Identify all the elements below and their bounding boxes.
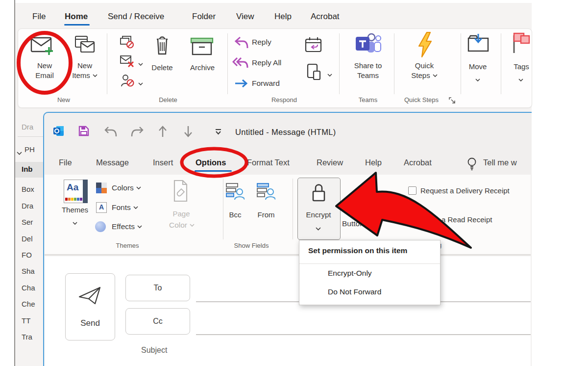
- chevron-down-icon: [93, 74, 98, 77]
- compose-tab-insert[interactable]: Insert: [153, 158, 173, 167]
- new-items-icon: [74, 35, 95, 57]
- to-button[interactable]: To: [125, 275, 190, 301]
- read-receipt-label[interactable]: a Read Receipt: [441, 215, 492, 224]
- move-down-icon[interactable]: [183, 125, 193, 140]
- cc-button[interactable]: Cc: [125, 308, 190, 335]
- sidebar-item[interactable]: Dra: [22, 202, 33, 210]
- menu-item-do-not-forward[interactable]: Do Not Forward: [328, 288, 381, 296]
- fonts-button[interactable]: Fonts: [112, 203, 138, 212]
- share-to-teams-button[interactable]: Share to Teams: [348, 61, 388, 80]
- bcc-button[interactable]: Bcc: [225, 210, 245, 220]
- tags-button[interactable]: Tags: [508, 62, 535, 72]
- delete-button[interactable]: Delete: [147, 63, 177, 73]
- compose-tab-file[interactable]: File: [59, 158, 72, 167]
- delivery-receipt-label[interactable]: Request a Delivery Receipt: [420, 186, 510, 195]
- dialog-launcher-icon[interactable]: [449, 97, 456, 106]
- chevron-down-icon[interactable]: [475, 75, 480, 83]
- themes-button[interactable]: Themes: [57, 205, 93, 215]
- devices-icon[interactable]: [307, 63, 321, 82]
- ignore-icon[interactable]: [120, 35, 134, 51]
- sidebar-item-inbox[interactable]: Inb: [22, 165, 33, 173]
- chevron-down-icon[interactable]: [138, 78, 143, 87]
- reply-all-button[interactable]: Reply All: [252, 58, 281, 67]
- themes-icon-letters: Aa: [67, 182, 78, 193]
- voting-buttons-button[interactable]: Buttons: [342, 219, 375, 228]
- fonts-icon: A: [96, 202, 107, 213]
- send-plane-icon: [77, 285, 102, 309]
- block-sender-icon[interactable]: [121, 74, 134, 89]
- chevron-down-icon[interactable]: [327, 70, 332, 78]
- group-separator: [501, 33, 501, 94]
- sidebar-item[interactable]: Che: [22, 300, 35, 308]
- menu-folder[interactable]: Folder: [192, 12, 216, 22]
- reply-button[interactable]: Reply: [252, 38, 271, 47]
- menu-send-receive[interactable]: Send / Receive: [108, 12, 164, 22]
- sidebar-item[interactable]: TT: [22, 316, 30, 325]
- new-email-label-2: Email: [25, 71, 64, 80]
- menu-acrobat[interactable]: Acrobat: [311, 12, 340, 22]
- group-separator: [339, 33, 340, 94]
- group-separator: [394, 33, 394, 94]
- new-email-button[interactable]: New Email: [25, 61, 64, 80]
- menu-file[interactable]: File: [32, 12, 46, 22]
- sidebar-item[interactable]: Sha: [22, 267, 35, 275]
- menu-home[interactable]: Home: [65, 12, 88, 22]
- compose-tab-help[interactable]: Help: [365, 158, 382, 167]
- chevron-down-icon: [316, 224, 321, 233]
- send-label: Send: [66, 318, 115, 328]
- compose-tab-message[interactable]: Message: [96, 158, 129, 167]
- menu-view[interactable]: View: [236, 12, 254, 22]
- chevron-down-icon[interactable]: [138, 59, 143, 68]
- forward-icon: [234, 79, 250, 90]
- sidebar-item[interactable]: Del: [22, 235, 33, 243]
- compose-tab-acrobat[interactable]: Acrobat: [404, 158, 432, 167]
- colors-button[interactable]: Colors: [112, 183, 141, 192]
- from-button[interactable]: From: [254, 210, 278, 220]
- sidebar-item[interactable]: FO: [22, 251, 32, 259]
- subject-label: Subject: [141, 346, 167, 355]
- colors-icon: [96, 183, 107, 193]
- sidebar-item[interactable]: Dra: [22, 123, 33, 131]
- tell-me-search[interactable]: Tell me w: [483, 158, 531, 167]
- meeting-icon[interactable]: [305, 36, 322, 55]
- themes-icon-spine: [83, 180, 88, 203]
- sidebar-account[interactable]: PH: [24, 145, 35, 154]
- chevron-down-icon[interactable]: [73, 218, 77, 227]
- new-items-button[interactable]: New Items: [65, 61, 104, 80]
- sidebar-item[interactable]: Ser: [22, 218, 33, 226]
- group-separator: [293, 179, 293, 239]
- compose-tab-options[interactable]: Options: [196, 158, 226, 167]
- sidebar-item[interactable]: Box: [22, 185, 34, 193]
- forward-button[interactable]: Forward: [252, 79, 280, 88]
- save-icon[interactable]: [78, 126, 89, 138]
- delivery-receipt-checkbox[interactable]: [408, 186, 416, 195]
- effects-button[interactable]: Effects: [112, 222, 142, 231]
- redo-icon[interactable]: [130, 126, 144, 140]
- options-tab-underline: [195, 170, 232, 172]
- cc-field[interactable]: [196, 334, 531, 335]
- compose-tab-review[interactable]: Review: [317, 158, 343, 167]
- junk-email-icon[interactable]: [120, 55, 134, 70]
- move-up-icon[interactable]: [158, 125, 168, 140]
- move-button[interactable]: Move: [463, 62, 492, 72]
- lock-icon: [310, 183, 327, 205]
- archive-button[interactable]: Archive: [185, 63, 220, 73]
- customize-toolbar-icon[interactable]: [215, 128, 222, 137]
- undo-icon[interactable]: [104, 126, 118, 140]
- effects-icon: [95, 221, 106, 232]
- encrypt-label: Encrypt: [298, 210, 339, 220]
- quick-steps-button[interactable]: Quick Steps: [405, 61, 444, 80]
- page-color-label-2: Color: [167, 221, 197, 230]
- fonts-icon-letter: A: [96, 202, 107, 213]
- send-button[interactable]: Send: [65, 273, 115, 340]
- chevron-down-icon[interactable]: [518, 75, 523, 83]
- chevron-expand-icon[interactable]: [17, 148, 22, 157]
- compose-tab-format-text[interactable]: Format Text: [247, 158, 290, 167]
- sidebar-item[interactable]: Tra: [22, 333, 32, 341]
- chevron-down-icon: [137, 225, 142, 228]
- sidebar-item[interactable]: Cha: [22, 284, 35, 292]
- read-receipt-checkbox[interactable]: [408, 215, 416, 224]
- page-color-icon: [172, 180, 189, 204]
- menu-item-encrypt-only[interactable]: Encrypt-Only: [328, 269, 372, 278]
- menu-help[interactable]: Help: [274, 12, 292, 22]
